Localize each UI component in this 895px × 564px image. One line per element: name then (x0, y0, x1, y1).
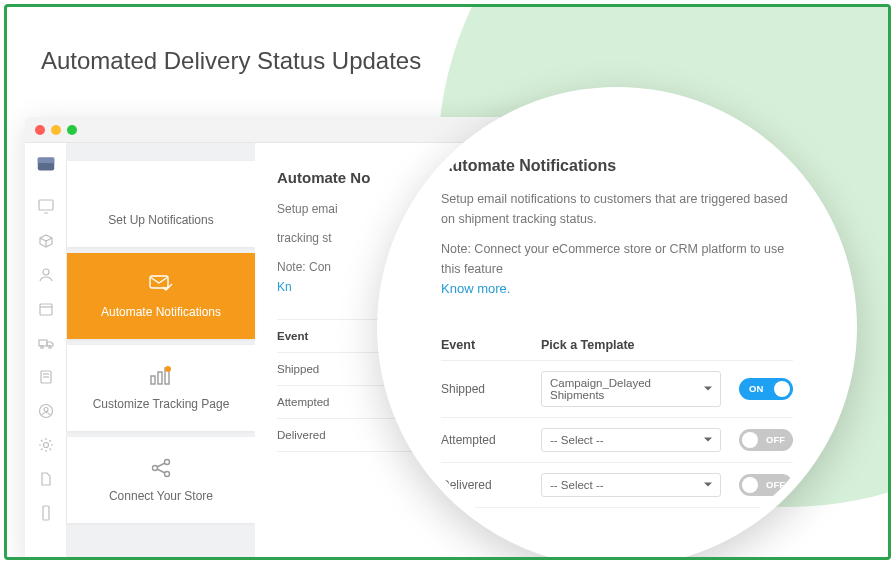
svg-rect-17 (150, 276, 168, 288)
svg-point-4 (43, 269, 49, 275)
icon-rail (25, 143, 67, 560)
know-more-link[interactable]: Know more. (441, 281, 510, 296)
know-more-link[interactable]: Kn (277, 280, 292, 294)
cell-event: Delivered (441, 478, 541, 492)
user-circle-icon[interactable] (38, 403, 54, 419)
package-icon[interactable] (38, 233, 54, 249)
svg-rect-16 (43, 506, 49, 520)
sidebar-item-connect-store[interactable]: Connect Your Store (67, 437, 255, 523)
col-event: Event (441, 338, 541, 352)
svg-point-22 (153, 466, 158, 471)
svg-point-8 (40, 346, 43, 349)
svg-point-21 (165, 366, 171, 372)
bubble-desc: Setup email notifications to customers t… (441, 189, 793, 229)
svg-rect-18 (151, 376, 155, 384)
phone-icon[interactable] (38, 505, 54, 521)
svg-point-14 (44, 408, 48, 412)
bubble-heading: Automate Notifications (441, 157, 793, 175)
col-template: Pick a Template (541, 338, 733, 352)
svg-rect-7 (39, 340, 47, 346)
svg-point-15 (43, 443, 48, 448)
toggle-attempted[interactable]: OFF (739, 429, 793, 451)
mail-check-icon (149, 273, 173, 295)
sidebar-item-label: Customize Tracking Page (93, 397, 230, 411)
sidebar-item-label: Set Up Notifications (108, 213, 213, 227)
settings-icon[interactable] (38, 437, 54, 453)
svg-line-25 (157, 463, 165, 467)
page-title: Automated Delivery Status Updates (41, 47, 421, 75)
app-logo (35, 153, 57, 175)
table-row: Attempted -- Select -- OFF (441, 418, 793, 463)
cell-event: Attempted (441, 433, 541, 447)
content-note: Note: Con (277, 260, 331, 274)
file-icon[interactable] (38, 471, 54, 487)
svg-line-26 (157, 469, 165, 473)
table-row: Shipped Campaign_Delayed Shipments ON (441, 361, 793, 418)
events-config-table: Event Pick a Template Shipped Campaign_D… (441, 330, 793, 508)
svg-rect-1 (37, 158, 54, 164)
clipboard-icon[interactable] (38, 369, 54, 385)
close-icon[interactable] (35, 125, 45, 135)
svg-point-23 (165, 460, 170, 465)
toggle-delivered[interactable]: OFF (739, 474, 793, 496)
template-select-attempted[interactable]: -- Select -- (541, 428, 721, 452)
sidebar-item-label: Connect Your Store (109, 489, 213, 503)
share-nodes-icon (150, 457, 172, 479)
sidebar-item-automate-notifications[interactable]: Automate Notifications (67, 253, 255, 339)
settings-sidebar: Set Up Notifications Automate Notificati… (67, 143, 255, 560)
chart-bars-icon (149, 365, 173, 387)
svg-rect-19 (158, 372, 162, 384)
svg-rect-5 (40, 304, 52, 315)
bubble-note: Note: Connect your eCommerce store or CR… (441, 239, 793, 300)
customers-icon[interactable] (38, 267, 54, 283)
dashboard-icon[interactable] (38, 199, 54, 215)
svg-point-9 (48, 346, 51, 349)
cell-event: Shipped (441, 382, 541, 396)
sidebar-item-customize-tracking[interactable]: Customize Tracking Page (67, 345, 255, 431)
table-row: Delivered -- Select -- OFF (441, 463, 793, 508)
template-select-delivered[interactable]: -- Select -- (541, 473, 721, 497)
zoom-icon[interactable] (67, 125, 77, 135)
svg-rect-2 (39, 200, 53, 210)
template-select-shipped[interactable]: Campaign_Delayed Shipments (541, 371, 721, 407)
sidebar-item-setup-notifications[interactable]: Set Up Notifications (67, 161, 255, 247)
magnifier-bubble: Automate Notifications Setup email notif… (377, 87, 857, 560)
toggle-shipped[interactable]: ON (739, 378, 793, 400)
truck-icon[interactable] (38, 335, 54, 351)
calendar-icon[interactable] (38, 301, 54, 317)
svg-point-24 (165, 472, 170, 477)
sidebar-item-label: Automate Notifications (101, 305, 221, 319)
minimize-icon[interactable] (51, 125, 61, 135)
